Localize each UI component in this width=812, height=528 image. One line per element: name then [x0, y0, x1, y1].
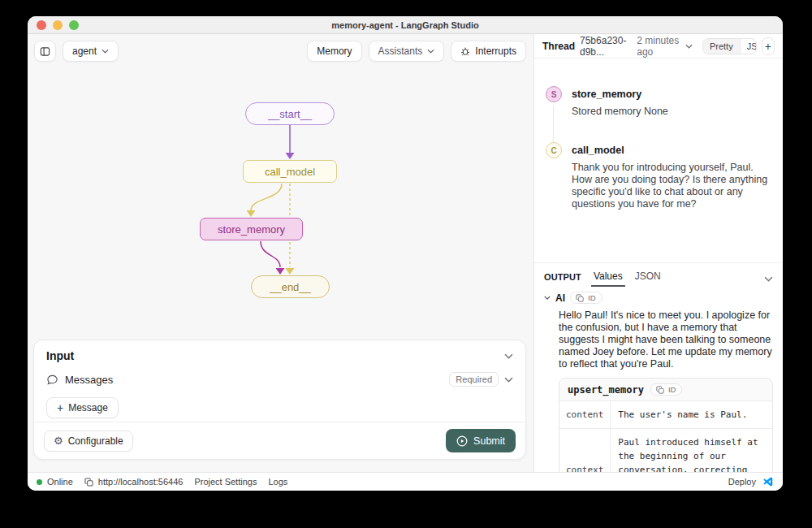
submit-button-label: Submit: [473, 435, 505, 447]
online-status-dot-icon: [37, 479, 42, 485]
tool-arg-value: Paul introduced himself at the beginning…: [611, 429, 772, 472]
tool-call-card: upsert_memory ID: [559, 378, 773, 472]
id-badge-label: ID: [588, 293, 596, 302]
id-badge-label: ID: [668, 385, 676, 394]
thread-id: 75b6a230-d9b...: [580, 35, 630, 58]
title-bar: memory-agent - LangGraph Studio: [28, 16, 783, 34]
node-label: call_model: [265, 166, 315, 178]
agent-dropdown-label: agent: [72, 45, 97, 57]
submit-button[interactable]: Submit: [446, 429, 516, 452]
memory-button-label: Memory: [317, 45, 352, 57]
close-window-button[interactable]: [37, 20, 46, 30]
node-label: store_memory: [218, 223, 285, 236]
server-url-label: http://localhost:56446: [98, 477, 184, 487]
graph-canvas[interactable]: agent Memory Assistants: [28, 34, 533, 472]
json-toggle[interactable]: JSON: [740, 39, 757, 54]
vscode-icon[interactable]: [762, 476, 774, 487]
collapse-output-chevron-icon[interactable]: [764, 276, 773, 282]
status-bar: Online http://localhost:56446 Project Se…: [28, 472, 783, 491]
graph-node-end[interactable]: __end__: [251, 275, 330, 298]
chevron-down-icon: [427, 49, 434, 54]
play-circle-icon: [456, 435, 468, 447]
timeline-entry-call-model[interactable]: C call_model Thank you for introducing y…: [546, 142, 770, 210]
node-label: __end__: [270, 281, 311, 293]
ai-message-row: AI ID: [544, 292, 773, 304]
panel-icon: [40, 46, 50, 57]
output-header: OUTPUT Values JSON: [534, 263, 783, 286]
entry-node-name: call_model: [572, 145, 770, 156]
ai-id-pill[interactable]: ID: [570, 292, 603, 304]
logs-link[interactable]: Logs: [268, 477, 287, 487]
deploy-link[interactable]: Deploy: [728, 477, 756, 487]
graph-node-start[interactable]: __start__: [245, 102, 335, 125]
collapse-ai-chevron-icon[interactable]: [544, 296, 551, 300]
input-panel: Input: [33, 340, 526, 460]
tool-arg-value: The user's name is Paul.: [611, 401, 772, 428]
collapse-input-chevron-icon[interactable]: [504, 353, 513, 359]
project-settings-link[interactable]: Project Settings: [194, 477, 257, 487]
online-status: Online: [37, 477, 73, 487]
plus-icon: +: [765, 40, 771, 53]
entry-body-text: Stored memory None: [572, 106, 668, 118]
graph-node-store-memory[interactable]: store_memory: [200, 218, 303, 240]
tool-arg-key: content: [559, 401, 611, 428]
thread-chevron-down-icon[interactable]: [685, 44, 693, 49]
entry-body-text: Thank you for introducing yourself, Paul…: [572, 162, 770, 210]
app-window: memory-agent - LangGraph Studio: [28, 16, 783, 491]
required-badge: Required: [449, 372, 499, 387]
pretty-toggle[interactable]: Pretty: [703, 39, 740, 54]
copy-icon: [576, 294, 584, 302]
thread-header: Thread 75b6a230-d9b... 2 minutes ago Pre…: [534, 34, 783, 58]
interrupts-button-label: Interrupts: [475, 45, 516, 57]
ai-role-label: AI: [555, 292, 565, 304]
window-controls: [37, 20, 79, 30]
server-url[interactable]: http://localhost:56446: [84, 477, 184, 487]
chevron-down-icon[interactable]: [504, 377, 513, 383]
gear-icon: ⚙: [54, 435, 63, 446]
desktop-background: memory-agent - LangGraph Studio: [0, 0, 812, 528]
assistants-dropdown-label: Assistants: [378, 45, 423, 57]
tool-arg-row: context Paul introduced himself at the b…: [559, 429, 772, 472]
configurable-button-label: Configurable: [68, 435, 123, 447]
zoom-window-button[interactable]: [69, 20, 79, 30]
timeline-entry-store-memory[interactable]: S store_memory Stored memory None: [546, 86, 770, 118]
tool-call-header: upsert_memory ID: [559, 379, 772, 401]
plus-icon: +: [57, 402, 63, 413]
canvas-toolbar: agent Memory Assistants: [34, 41, 526, 62]
agent-dropdown[interactable]: agent: [63, 41, 119, 62]
new-thread-button[interactable]: +: [762, 37, 775, 55]
thread-panel: Thread 75b6a230-d9b... 2 minutes ago Pre…: [533, 34, 783, 472]
assistants-dropdown[interactable]: Assistants: [369, 41, 445, 62]
node-avatar: C: [546, 142, 562, 158]
output-section: OUTPUT Values JSON AI: [534, 262, 783, 472]
minimize-window-button[interactable]: [53, 20, 63, 30]
interrupts-button[interactable]: Interrupts: [451, 41, 526, 62]
online-status-label: Online: [47, 477, 73, 487]
node-avatar: S: [546, 86, 562, 102]
window-title: memory-agent - LangGraph Studio: [331, 20, 479, 30]
input-panel-title: Input: [46, 349, 74, 362]
thread-timestamp: 2 minutes ago: [637, 35, 680, 58]
copy-icon: [656, 386, 664, 394]
tab-json[interactable]: JSON: [635, 270, 661, 282]
thread-label: Thread: [542, 41, 575, 52]
message-bubble-icon: [46, 374, 58, 386]
configurable-button[interactable]: ⚙ Configurable: [44, 431, 133, 452]
tool-call-id-pill[interactable]: ID: [650, 383, 683, 396]
tool-arg-key: context: [559, 429, 611, 472]
graph-node-call-model[interactable]: call_model: [243, 160, 337, 183]
add-message-button-label: Message: [68, 402, 108, 413]
add-message-button[interactable]: + Message: [46, 397, 119, 418]
ai-message-text: Hello Paul! It's nice to meet you. I apo…: [559, 309, 773, 370]
messages-field-label: Messages: [65, 374, 113, 386]
output-content[interactable]: AI ID Hello Paul! It's nice to meet: [534, 286, 783, 472]
memory-button[interactable]: Memory: [307, 41, 361, 62]
entry-node-name: store_memory: [572, 89, 668, 100]
interrupts-bug-icon: [460, 46, 470, 56]
copy-icon: [84, 478, 93, 487]
node-label: __start__: [268, 108, 312, 120]
tab-values[interactable]: Values: [594, 270, 623, 282]
thread-messages[interactable]: S store_memory Stored memory None C call…: [534, 58, 783, 262]
sidebar-toggle-button[interactable]: [34, 41, 56, 62]
view-mode-toggle: Pretty JSON: [702, 38, 757, 54]
